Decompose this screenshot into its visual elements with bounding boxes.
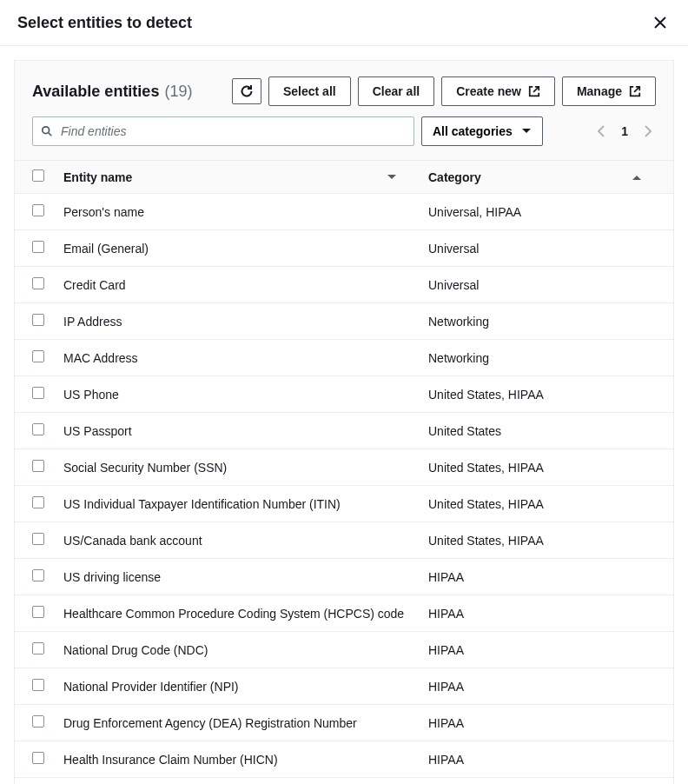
- pager-prev-button[interactable]: [593, 122, 609, 141]
- refresh-icon: [240, 84, 254, 98]
- pager: 1: [593, 122, 656, 141]
- table-row: Credit CardUniversal: [15, 267, 673, 303]
- table-row: Person's nameUniversal, HIPAA: [15, 194, 673, 230]
- row-checkbox[interactable]: [32, 715, 44, 728]
- row-checkbox-cell: [15, 559, 63, 595]
- row-checkbox[interactable]: [32, 460, 44, 472]
- row-category: Universal, HIPAA: [428, 194, 673, 230]
- row-entity-name: Email (General): [63, 230, 428, 267]
- table-row: US/Canada bank accountUnited States, HIP…: [15, 522, 673, 559]
- row-category: HIPAA: [428, 705, 673, 741]
- row-checkbox[interactable]: [32, 387, 44, 399]
- chevron-right-icon: [644, 125, 652, 137]
- table-row: National Provider Identifier (NPI)HIPAA: [15, 668, 673, 705]
- row-checkbox-cell: [15, 632, 63, 668]
- select-all-button[interactable]: Select all: [268, 76, 351, 106]
- row-category: HIPAA: [428, 559, 673, 595]
- select-all-checkbox[interactable]: [32, 169, 44, 182]
- row-entity-name: National Drug Code (NDC): [63, 632, 428, 668]
- row-category: HIPAA: [428, 632, 673, 668]
- manage-label: Manage: [577, 83, 622, 100]
- row-entity-name: Medicare Beneficiary Identifier: [63, 778, 428, 785]
- categories-dropdown[interactable]: All categories: [421, 116, 543, 146]
- row-entity-name: Person's name: [63, 194, 428, 230]
- filter-row: All categories 1: [15, 116, 673, 160]
- table-row: US Individual Taxpayer Identification Nu…: [15, 486, 673, 522]
- entity-name-label: Entity name: [63, 170, 132, 184]
- row-entity-name: IP Address: [63, 303, 428, 340]
- row-checkbox[interactable]: [32, 533, 44, 545]
- row-entity-name: Health Insurance Claim Number (HICN): [63, 741, 428, 778]
- row-entity-name: Social Security Number (SSN): [63, 449, 428, 486]
- col-entity-name-header[interactable]: Entity name: [63, 161, 428, 194]
- panel-title: Available entities: [32, 83, 159, 101]
- row-checkbox-cell: [15, 595, 63, 632]
- row-checkbox[interactable]: [32, 569, 44, 581]
- col-category-header[interactable]: Category: [428, 161, 673, 194]
- col-checkbox-header: [15, 161, 63, 194]
- row-category: United States, HIPAA: [428, 376, 673, 413]
- modal-title: Select entities to detect: [17, 14, 192, 32]
- close-button[interactable]: [650, 12, 671, 33]
- create-new-label: Create new: [456, 83, 521, 100]
- row-checkbox[interactable]: [32, 606, 44, 618]
- refresh-button[interactable]: [232, 78, 261, 104]
- row-checkbox-cell: [15, 778, 63, 785]
- row-checkbox[interactable]: [32, 679, 44, 691]
- panel-header: Available entities (19) Select all Clear…: [15, 61, 673, 116]
- row-checkbox[interactable]: [32, 241, 44, 253]
- search-input[interactable]: [32, 116, 414, 146]
- table-row: US PhoneUnited States, HIPAA: [15, 376, 673, 413]
- row-checkbox-cell: [15, 705, 63, 741]
- row-checkbox[interactable]: [32, 204, 44, 216]
- pager-next-button[interactable]: [640, 122, 656, 141]
- table-row: Social Security Number (SSN)United State…: [15, 449, 673, 486]
- row-category: HIPAA: [428, 741, 673, 778]
- search-icon: [41, 125, 53, 137]
- row-entity-name: Drug Enforcement Agency (DEA) Registrati…: [63, 705, 428, 741]
- row-checkbox[interactable]: [32, 423, 44, 435]
- row-checkbox-cell: [15, 194, 63, 230]
- row-entity-name: US Phone: [63, 376, 428, 413]
- row-checkbox-cell: [15, 522, 63, 559]
- row-checkbox-cell: [15, 486, 63, 522]
- sort-ascending-icon: [632, 174, 642, 181]
- row-checkbox-cell: [15, 303, 63, 340]
- row-category: United States, HIPAA: [428, 449, 673, 486]
- row-entity-name: US/Canada bank account: [63, 522, 428, 559]
- row-checkbox-cell: [15, 230, 63, 267]
- row-checkbox[interactable]: [32, 496, 44, 508]
- search-wrap: [32, 116, 414, 146]
- row-category: HIPAA: [428, 778, 673, 785]
- row-category: HIPAA: [428, 668, 673, 705]
- row-entity-name: National Provider Identifier (NPI): [63, 668, 428, 705]
- clear-all-button[interactable]: Clear all: [358, 76, 434, 106]
- table-row: US driving licenseHIPAA: [15, 559, 673, 595]
- row-checkbox[interactable]: [32, 314, 44, 326]
- table-row: MAC AddressNetworking: [15, 340, 673, 376]
- row-checkbox[interactable]: [32, 752, 44, 764]
- row-entity-name: US Passport: [63, 413, 428, 449]
- row-category: United States, HIPAA: [428, 486, 673, 522]
- row-checkbox-cell: [15, 340, 63, 376]
- row-entity-name: Healthcare Common Procedure Coding Syste…: [63, 595, 428, 632]
- row-category: Universal: [428, 230, 673, 267]
- entities-panel: Available entities (19) Select all Clear…: [14, 60, 674, 784]
- chevron-left-icon: [597, 125, 605, 137]
- row-checkbox[interactable]: [32, 277, 44, 289]
- caret-down-icon: [521, 128, 532, 135]
- row-checkbox-cell: [15, 376, 63, 413]
- row-category: Networking: [428, 303, 673, 340]
- row-checkbox[interactable]: [32, 642, 44, 654]
- external-link-icon: [629, 85, 641, 97]
- row-category: Networking: [428, 340, 673, 376]
- row-entity-name: US Individual Taxpayer Identification Nu…: [63, 486, 428, 522]
- manage-button[interactable]: Manage: [562, 76, 656, 106]
- sort-descending-icon: [387, 174, 397, 181]
- row-entity-name: Credit Card: [63, 267, 428, 303]
- modal-header: Select entities to detect: [0, 0, 688, 46]
- table-row: Health Insurance Claim Number (HICN)HIPA…: [15, 741, 673, 778]
- create-new-button[interactable]: Create new: [441, 76, 555, 106]
- entities-table: Entity name Category Pers: [15, 160, 673, 784]
- row-checkbox[interactable]: [32, 350, 44, 362]
